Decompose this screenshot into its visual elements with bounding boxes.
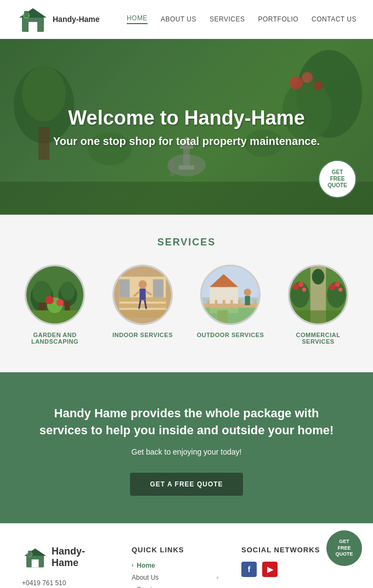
svg-rect-60 <box>245 296 250 305</box>
svg-rect-45 <box>153 279 163 298</box>
svg-rect-62 <box>202 308 259 323</box>
svg-point-71 <box>335 282 340 287</box>
svg-rect-54 <box>223 300 225 307</box>
svg-rect-77 <box>32 559 39 567</box>
svg-rect-58 <box>254 300 257 307</box>
svg-rect-55 <box>230 300 233 307</box>
footer-link-about[interactable]: About Us + <box>132 574 219 581</box>
service-label-garden: GARDEN AND LANDSCAPING <box>19 332 91 345</box>
float-cta-line1: GET <box>339 539 349 545</box>
social-icons: f ▶ <box>241 562 351 577</box>
svg-rect-13 <box>0 182 373 215</box>
svg-rect-53 <box>215 300 218 307</box>
svg-rect-8 <box>38 127 49 160</box>
svg-point-68 <box>302 288 307 292</box>
svg-rect-56 <box>238 300 241 307</box>
nav-item-services[interactable]: SERVICES <box>210 15 245 23</box>
footer-link-home-label: Home <box>137 562 155 569</box>
footer-link-services-label: Services <box>137 586 162 588</box>
float-cta-line2: FREE <box>337 545 351 552</box>
service-circle-indoor <box>112 265 173 325</box>
services-section: SERVICES GARDEN AND LANDSCA <box>0 215 373 372</box>
footer-contact: +0419 761 510 Handy.hame32@gmail.com <box>22 578 110 588</box>
footer-logo-col: Handy-Hame +0419 761 510 Handy.hame32@gm… <box>22 546 110 588</box>
svg-rect-46 <box>119 279 129 298</box>
svg-rect-52 <box>207 300 210 307</box>
services-title: SERVICES <box>16 237 357 248</box>
svg-point-6 <box>14 66 74 143</box>
nav-item-home[interactable]: HOME <box>127 14 148 24</box>
svg-point-7 <box>22 66 66 121</box>
svg-rect-38 <box>119 310 166 318</box>
plus-icon: + <box>216 574 219 581</box>
service-label-indoor: INDOOR SERVICES <box>112 332 173 338</box>
hero-subtitle: Your one stop shop for total property ma… <box>53 135 320 148</box>
svg-point-67 <box>298 282 303 287</box>
cta-line3: QUOTE <box>327 182 347 189</box>
site-footer: Handy-Hame +0419 761 510 Handy.hame32@gm… <box>0 523 373 588</box>
svg-point-15 <box>302 72 313 83</box>
svg-point-70 <box>329 284 335 290</box>
svg-rect-74 <box>290 310 347 323</box>
svg-rect-4 <box>24 11 29 18</box>
footer-links-title: QUICK LINKS <box>132 546 219 554</box>
services-grid: GARDEN AND LANDSCAPING <box>16 265 357 345</box>
svg-rect-2 <box>29 22 37 32</box>
hero-title: Welcome to Handy-Hame <box>68 107 304 130</box>
logo[interactable]: Handy-Hame <box>16 5 100 33</box>
svg-point-59 <box>244 289 251 296</box>
service-circle-garden <box>25 265 85 325</box>
svg-rect-79 <box>28 551 31 556</box>
nav-item-contact-us[interactable]: CONTACT US <box>312 15 357 23</box>
footer-phone: +0419 761 510 <box>22 578 110 588</box>
cta-line2: FREE <box>330 176 345 182</box>
float-cta-button[interactable]: GET FREE QUOTE <box>326 530 362 566</box>
footer-link-home[interactable]: › Home <box>132 562 219 569</box>
service-label-commercial: COMMERCIAL SERVICES <box>282 332 354 345</box>
svg-point-17 <box>167 154 206 176</box>
cta-banner-subtitle: Get back to enjoying your today! <box>33 447 340 456</box>
footer-logo-text: Handy-Hame <box>52 546 110 569</box>
svg-point-14 <box>290 76 303 89</box>
svg-point-39 <box>138 281 146 289</box>
hero-cta-button[interactable]: GET FREE QUOTE <box>318 160 357 198</box>
svg-point-73 <box>312 269 325 284</box>
service-item-indoor[interactable]: INDOOR SERVICES <box>107 265 178 345</box>
svg-point-33 <box>56 299 64 306</box>
site-header: Handy-Hame HOMEABOUT USSERVICESPORTFOLIO… <box>0 0 373 39</box>
service-item-outdoor[interactable]: OUTDOOR SERVICES <box>195 265 266 345</box>
facebook-icon[interactable]: f <box>241 562 257 577</box>
service-circle-outdoor <box>200 265 261 325</box>
cta-line1: GET <box>332 169 343 176</box>
svg-point-16 <box>314 81 323 90</box>
svg-rect-22 <box>179 165 194 170</box>
svg-point-28 <box>60 281 75 300</box>
service-item-garden[interactable]: GARDEN AND LANDSCAPING <box>19 265 91 345</box>
logo-icon <box>16 5 49 33</box>
footer-link-about-label: About Us <box>132 574 159 581</box>
svg-point-66 <box>293 284 299 290</box>
arrow-icon: › <box>132 562 133 568</box>
svg-point-72 <box>338 288 343 292</box>
svg-rect-21 <box>183 149 190 165</box>
main-nav: HOMEABOUT USSERVICESPORTFOLIOCONTACT US <box>127 14 357 24</box>
service-label-outdoor: OUTDOOR SERVICES <box>197 332 264 338</box>
service-item-commercial[interactable]: COMMERCIAL SERVICES <box>282 265 354 345</box>
float-cta-line3: QUOTE <box>335 551 353 558</box>
svg-point-32 <box>46 296 54 304</box>
logo-text: Handy-Hame <box>53 15 100 24</box>
footer-link-services[interactable]: › Services <box>132 586 219 588</box>
cta-banner-title: Handy Hame provides the whole package wi… <box>33 405 340 439</box>
svg-rect-40 <box>139 289 145 300</box>
cta-banner-button[interactable]: GET A FREE QUOTE <box>130 473 242 496</box>
svg-point-9 <box>296 50 362 138</box>
svg-rect-18 <box>170 160 174 176</box>
youtube-icon[interactable]: ▶ <box>262 562 278 577</box>
svg-rect-37 <box>119 304 166 308</box>
nav-item-about-us[interactable]: ABOUT US <box>161 15 196 23</box>
hero-section: Welcome to Handy-Hame Your one stop shop… <box>0 39 373 215</box>
cta-banner: Handy Hame provides the whole package wi… <box>0 372 373 523</box>
nav-item-portfolio[interactable]: PORTFOLIO <box>258 15 298 23</box>
service-circle-commercial <box>288 265 348 325</box>
footer-content: Handy-Hame +0419 761 510 Handy.hame32@gm… <box>22 546 351 588</box>
